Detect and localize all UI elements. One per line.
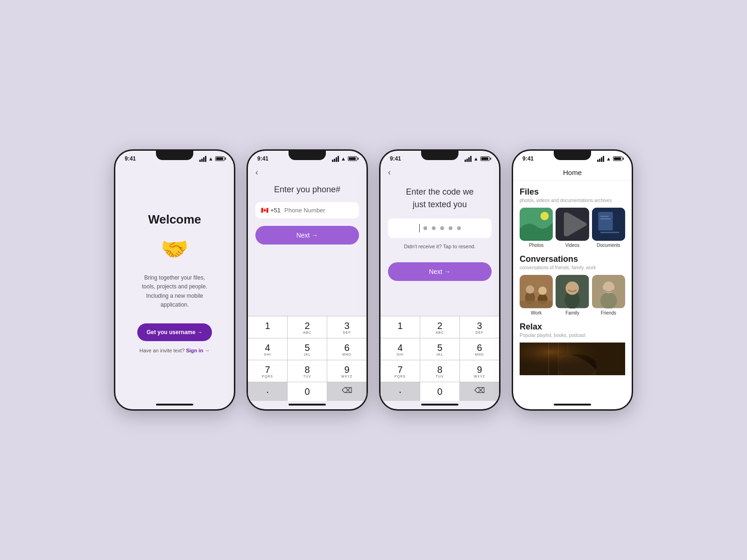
documents-label: Documents xyxy=(597,243,620,248)
code-input-container[interactable] xyxy=(388,218,492,238)
videos-label: Videos xyxy=(565,243,579,248)
status-icons-4: ▲ xyxy=(597,156,622,162)
svg-rect-7 xyxy=(600,218,610,219)
family-item[interactable]: Family xyxy=(556,275,589,315)
wifi-icon-4: ▲ xyxy=(606,156,611,161)
work-thumbnail xyxy=(520,275,553,308)
get-username-button[interactable]: Get you username → xyxy=(137,323,212,341)
back-button-3[interactable]: ‹ xyxy=(381,165,499,180)
key-delete[interactable]: ⌫ xyxy=(327,382,366,401)
code-entry-screen: ‹ Enter the code wejust texted you Didn'… xyxy=(381,165,499,401)
svg-rect-13 xyxy=(520,301,553,308)
key-4[interactable]: 4GHI xyxy=(248,338,287,360)
time-2: 9:41 xyxy=(257,155,268,162)
svg-point-12 xyxy=(538,287,547,295)
relax-desc: Popular playlist, books, podcast xyxy=(520,333,625,338)
code-entry-title: Enter the code wejust texted you xyxy=(381,180,499,216)
battery-icon-1 xyxy=(215,156,225,161)
key-1[interactable]: 1 xyxy=(248,316,287,338)
phone-input-container: 🇨🇦 +51 xyxy=(255,202,359,218)
key-delete-b[interactable]: ⌫ xyxy=(460,382,499,401)
relax-thumb-wide[interactable] xyxy=(520,343,625,375)
home-indicator-3 xyxy=(421,404,458,406)
friends-item[interactable]: Friends xyxy=(592,275,625,315)
key-6[interactable]: 6MNO xyxy=(327,338,366,360)
key-2[interactable]: 2ABC xyxy=(288,316,327,338)
signal-icon-4 xyxy=(597,156,604,162)
welcome-title: Welcome xyxy=(148,212,201,227)
wifi-icon-2: ▲ xyxy=(341,156,346,161)
country-selector[interactable]: 🇨🇦 +51 xyxy=(261,207,281,214)
key-5b[interactable]: 5JKL xyxy=(420,338,459,360)
status-icons-3: ▲ xyxy=(465,156,490,162)
time-4: 9:41 xyxy=(522,155,534,162)
next-button-2[interactable]: Next → xyxy=(255,226,359,245)
key-7[interactable]: 7PQRS xyxy=(248,360,287,382)
conversations-desc: conversations of friends, family, work xyxy=(520,265,625,270)
key-3b[interactable]: 3DEF xyxy=(460,316,499,338)
time-3: 9:41 xyxy=(390,155,401,162)
photos-thumbnail xyxy=(520,208,553,241)
keyboard-3: 1 2ABC 3DEF 4GHI 5JKL 6MNO 7PQRS 8TUV 9W… xyxy=(381,316,499,401)
photos-item[interactable]: Photos xyxy=(520,208,553,248)
conversations-title: Conversations xyxy=(520,254,625,264)
home-indicator-2 xyxy=(289,404,326,406)
welcome-description: Bring together your files, tools, projec… xyxy=(137,273,212,309)
videos-thumbnail xyxy=(556,208,589,241)
code-dot-4 xyxy=(449,226,452,230)
svg-rect-25 xyxy=(520,343,625,375)
svg-rect-5 xyxy=(600,232,619,233)
phone-welcome: 9:41 ▲ Welcome 🤝 Bring together your fil… xyxy=(114,149,235,411)
svg-rect-6 xyxy=(600,216,608,217)
battery-icon-3 xyxy=(480,156,490,161)
files-section: Files photos, videos and documentations … xyxy=(520,187,625,248)
invite-text: Have an invite text? Sign in → xyxy=(140,348,210,353)
videos-item[interactable]: Videos xyxy=(556,208,589,248)
code-dot-2 xyxy=(432,226,436,230)
welcome-screen: Welcome 🤝 Bring together your files, too… xyxy=(115,165,234,401)
back-button-2[interactable]: ‹ xyxy=(248,165,366,180)
resend-text[interactable]: Didn't receive it? Tap to resend. xyxy=(381,241,499,255)
key-8[interactable]: 8TUV xyxy=(288,360,327,382)
conversations-grid: Work Family xyxy=(520,275,625,315)
key-9b[interactable]: 9WXYZ xyxy=(460,360,499,382)
notch-2 xyxy=(289,151,326,160)
signal-icon-2 xyxy=(332,156,339,162)
key-dot-b[interactable]: · xyxy=(381,382,420,401)
key-1b[interactable]: 1 xyxy=(381,316,420,338)
documents-thumbnail xyxy=(592,208,625,241)
relax-thumbnail xyxy=(520,343,625,375)
key-7b[interactable]: 7PQRS xyxy=(381,360,420,382)
notch-3 xyxy=(421,151,458,160)
next-button-3[interactable]: Next → xyxy=(388,262,492,281)
phone-home: 9:41 ▲ Home Files photos, videos and doc… xyxy=(512,149,633,411)
signal-icon-1 xyxy=(199,156,206,162)
home-header: Home xyxy=(513,165,632,181)
key-0b[interactable]: 0 xyxy=(420,382,459,401)
svg-point-16 xyxy=(566,282,579,295)
key-dot[interactable]: · xyxy=(248,382,287,401)
friends-label: Friends xyxy=(601,310,616,315)
relax-section: Relax Popular playlist, books, podcast xyxy=(520,322,625,375)
key-4b[interactable]: 4GHI xyxy=(381,338,420,360)
key-2b[interactable]: 2ABC xyxy=(420,316,459,338)
files-title: Files xyxy=(520,187,625,197)
key-0[interactable]: 0 xyxy=(288,382,327,401)
key-8b[interactable]: 8TUV xyxy=(420,360,459,382)
files-grid: Photos Videos xyxy=(520,208,625,248)
text-cursor xyxy=(419,224,420,232)
key-3[interactable]: 3DEF xyxy=(327,316,366,338)
key-5[interactable]: 5JKL xyxy=(288,338,327,360)
documents-item[interactable]: Documents xyxy=(592,208,625,248)
phone-entry-title: Enter you phone# xyxy=(248,180,366,202)
flag-icon: 🇨🇦 xyxy=(261,207,268,214)
key-6b[interactable]: 6MNO xyxy=(460,338,499,360)
files-desc: photos, videos and documentations archiv… xyxy=(520,198,625,203)
phone-number-input[interactable] xyxy=(284,207,363,214)
friends-thumbnail xyxy=(592,275,625,308)
keyboard-2: 1 2ABC 3DEF 4GHI 5JKL 6MNO 7PQRS 8TUV 9W… xyxy=(248,316,366,401)
work-item[interactable]: Work xyxy=(520,275,553,315)
svg-point-1 xyxy=(541,212,549,220)
key-9[interactable]: 9WXYZ xyxy=(327,360,366,382)
time-1: 9:41 xyxy=(125,155,136,162)
